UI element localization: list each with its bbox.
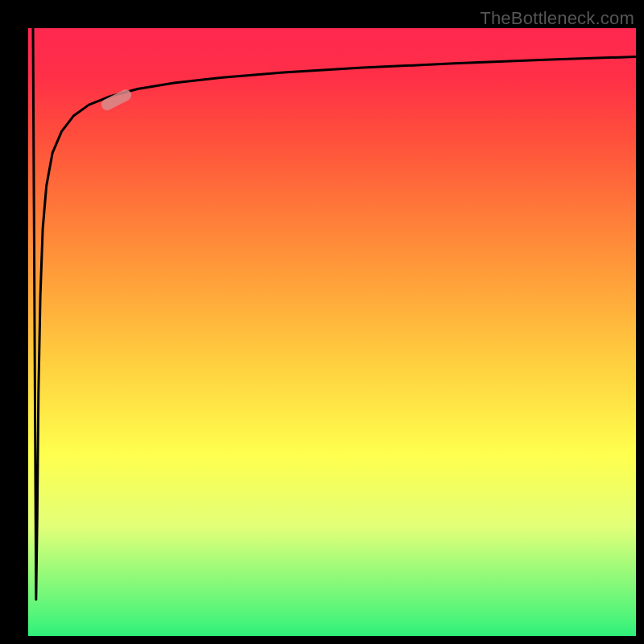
curve-layer: [28, 28, 636, 636]
plot-area: [28, 28, 636, 636]
bottleneck-curve: [33, 28, 636, 600]
chart-frame: TheBottleneck.com: [0, 0, 644, 644]
watermark-label: TheBottleneck.com: [480, 8, 634, 29]
